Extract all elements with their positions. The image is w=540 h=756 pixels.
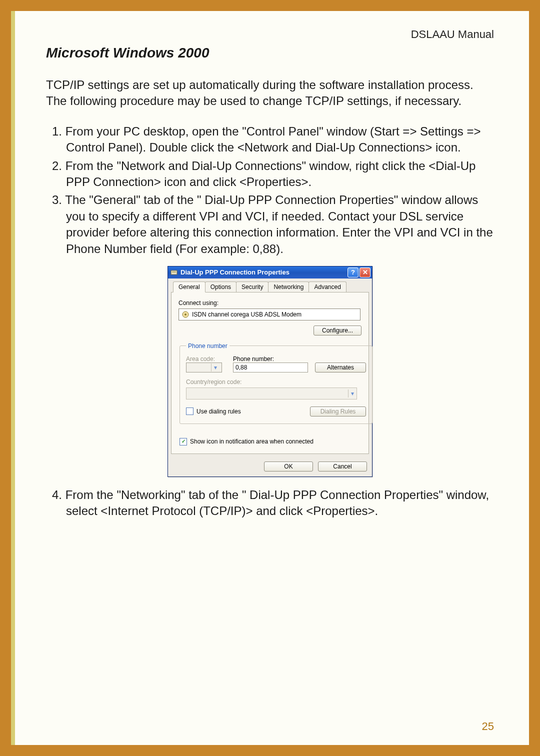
ok-button[interactable]: OK <box>264 462 313 472</box>
page-number: 25 <box>482 720 494 733</box>
phone-number-value: 0,88 <box>236 364 247 371</box>
step-2: 2. From the "Network and Dial-Up Connect… <box>46 158 494 190</box>
step-3: 3. The "General" tab of the " Dial-Up PP… <box>46 192 494 257</box>
use-dialing-rules-label: Use dialing rules <box>196 408 241 415</box>
chevron-down-icon: ▾ <box>348 390 356 398</box>
modem-icon <box>182 311 189 318</box>
properties-dialog: Dial-Up PPP Connection Properties ? ✕ Ge… <box>168 266 372 477</box>
connect-using-label: Connect using: <box>178 300 362 306</box>
phone-number-input[interactable]: 0,88 <box>233 362 308 372</box>
step-4: 4. From the "Networking" tab of the " Di… <box>46 487 494 520</box>
country-code-label: Country/region code: <box>186 378 242 386</box>
use-dialing-rules-checkbox[interactable] <box>186 408 194 415</box>
dialog-titlebar[interactable]: Dial-Up PPP Connection Properties ? ✕ <box>168 266 372 278</box>
phone-number-label: Phone number: <box>233 356 274 362</box>
show-icon-checkbox[interactable] <box>180 438 187 446</box>
modem-select[interactable]: ISDN channel corega USB ADSL Modem <box>178 308 360 320</box>
svg-point-3 <box>184 314 186 316</box>
svg-rect-1 <box>172 272 176 272</box>
dialog-icon <box>170 269 178 276</box>
step-1: 1. From your PC desktop, open the "Contr… <box>46 124 494 156</box>
tabs-row: General Options Security Networking Adva… <box>168 278 372 292</box>
close-button[interactable]: ✕ <box>360 268 370 278</box>
phone-group-legend: Phone number <box>186 342 230 350</box>
steps-list-continued: 4. From the "Networking" tab of the " Di… <box>46 487 494 520</box>
intro-paragraph: TCP/IP settings are set up automatically… <box>46 77 494 110</box>
alternates-button[interactable]: Alternates <box>315 362 366 372</box>
modem-text: ISDN channel corega USB ADSL Modem <box>192 311 302 318</box>
country-code-combo: ▾ <box>186 388 357 400</box>
tab-general[interactable]: General <box>173 282 206 292</box>
section-title: Microsoft Windows 2000 <box>46 45 494 61</box>
area-code-combo: ▾ <box>186 362 222 372</box>
area-code-label: Area code: <box>186 356 215 362</box>
show-icon-label: Show icon in notification area when conn… <box>190 438 314 445</box>
tab-networking[interactable]: Networking <box>268 282 309 292</box>
help-button[interactable]: ? <box>348 268 358 278</box>
manual-header: DSLAAU Manual <box>46 28 494 41</box>
configure-button[interactable]: Configure... <box>314 326 362 336</box>
phone-number-group: Phone number Area code: ▾ Phone number <box>180 342 372 424</box>
dialog-footer: OK Cancel <box>168 458 372 476</box>
tab-body-general: Connect using: ISDN channel corega USB A… <box>171 292 369 454</box>
tab-options[interactable]: Options <box>205 282 236 292</box>
tab-advanced[interactable]: Advanced <box>308 282 346 292</box>
dialing-rules-button: Dialing Rules <box>310 406 366 416</box>
steps-list: 1. From your PC desktop, open the "Contr… <box>46 124 494 257</box>
cancel-button[interactable]: Cancel <box>318 462 367 472</box>
chevron-down-icon: ▾ <box>211 364 220 372</box>
tab-security[interactable]: Security <box>236 282 268 292</box>
dialog-title-text: Dial-Up PPP Connection Properties <box>180 268 290 276</box>
